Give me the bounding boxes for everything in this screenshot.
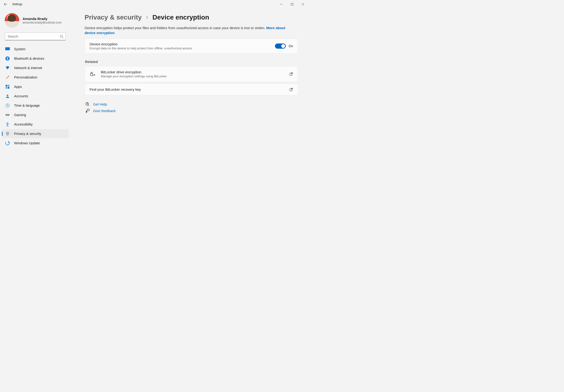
sidebar-item-apps[interactable]: Apps [2, 82, 69, 91]
svg-point-20 [87, 105, 87, 105]
svg-point-12 [6, 115, 7, 115]
footer-link-label: Get Help [93, 102, 107, 106]
svg-point-14 [7, 123, 8, 123]
maximize-icon [291, 3, 293, 5]
open-external-icon [289, 88, 293, 91]
user-email: amanda.brady@outlook.com [23, 21, 62, 24]
feedback-icon [85, 109, 90, 113]
wifi-icon [5, 66, 10, 70]
window-title: Settings [12, 3, 22, 6]
sidebar-item-label: Windows Update [14, 141, 40, 145]
sidebar-item-time-language[interactable]: Time & language [2, 101, 69, 110]
chevron-right-icon [146, 16, 148, 19]
search-input[interactable] [5, 32, 66, 41]
svg-point-9 [7, 95, 8, 96]
svg-point-21 [86, 111, 87, 112]
arrow-left-icon [4, 2, 8, 6]
sidebar-item-windows-update[interactable]: Windows Update [2, 139, 69, 148]
search-button[interactable] [59, 34, 64, 39]
svg-rect-0 [291, 3, 293, 5]
search-wrapper [5, 32, 66, 41]
svg-point-15 [6, 141, 9, 145]
help-icon [85, 102, 90, 106]
clock-globe-icon [5, 103, 10, 108]
back-button[interactable] [1, 0, 10, 8]
svg-rect-16 [90, 73, 93, 76]
display-icon [5, 47, 10, 52]
nav: System Bluetooth & devices Network & int… [2, 45, 69, 148]
svg-rect-11 [5, 114, 10, 116]
sidebar-item-label: Accounts [14, 94, 28, 98]
search-icon [60, 35, 63, 38]
sidebar-item-accessibility[interactable]: Accessibility [2, 120, 69, 129]
svg-rect-5 [6, 85, 7, 86]
toggle-state-label: On [289, 44, 293, 48]
user-name: Amanda Brady [23, 17, 62, 21]
avatar [5, 13, 19, 28]
give-feedback-link[interactable]: Give feedback [85, 109, 298, 113]
window-controls [276, 0, 308, 8]
gamepad-icon [5, 112, 10, 117]
breadcrumb-parent[interactable]: Privacy & security [85, 14, 142, 21]
sidebar-item-gaming[interactable]: Gaming [2, 111, 69, 119]
sidebar-item-label: Personalization [14, 75, 37, 79]
get-help-link[interactable]: Get Help [85, 102, 298, 106]
card-title: Device encryption [90, 42, 271, 46]
link-card-subtitle: Manage your encryption settings using Bi… [101, 74, 284, 78]
main-content: Privacy & security Device encryption Dev… [70, 8, 309, 210]
sidebar-item-label: Gaming [14, 113, 26, 117]
footer-link-label: Give feedback [93, 109, 116, 113]
person-icon [5, 94, 10, 98]
sidebar-item-label: Time & language [14, 104, 40, 107]
sidebar-item-label: Apps [14, 85, 22, 89]
sidebar-item-privacy-security[interactable]: Privacy & security [2, 129, 69, 138]
close-icon [302, 3, 304, 5]
bluetooth-icon [5, 56, 10, 61]
sidebar-item-accounts[interactable]: Accounts [2, 92, 69, 101]
svg-rect-7 [6, 87, 7, 89]
link-card-title: Find your BitLocker recovery key [90, 87, 284, 91]
close-button[interactable] [298, 0, 308, 8]
shield-icon [5, 131, 10, 136]
card-subtitle: Encrypt data on this device to help prot… [90, 46, 271, 50]
titlebar: Settings [0, 0, 309, 8]
breadcrumb-current: Device encryption [152, 14, 209, 21]
link-card-title: BitLocker drive encryption [101, 70, 284, 74]
sidebar-item-personalization[interactable]: Personalization [2, 73, 69, 82]
svg-rect-22 [87, 109, 89, 111]
sidebar-item-label: Network & internet [14, 66, 42, 70]
update-icon [5, 141, 10, 145]
sidebar-item-system[interactable]: System [2, 45, 69, 54]
svg-rect-8 [8, 87, 9, 89]
sidebar-item-label: Accessibility [14, 123, 33, 126]
sidebar-item-label: Bluetooth & devices [14, 57, 44, 60]
paintbrush-icon [5, 75, 10, 80]
toggle-wrapper: On [275, 43, 293, 49]
intro-text: Device encryption helps protect your fil… [85, 25, 296, 35]
sidebar: Amanda Brady amanda.brady@outlook.com Sy… [0, 8, 70, 210]
user-block[interactable]: Amanda Brady amanda.brady@outlook.com [2, 11, 69, 30]
related-header: Related [85, 60, 298, 64]
breadcrumb: Privacy & security Device encryption [85, 14, 298, 21]
accessibility-icon [5, 122, 10, 127]
device-encryption-card: Device encryption Encrypt data on this d… [85, 39, 298, 54]
find-recovery-key-link[interactable]: Find your BitLocker recovery key [85, 84, 298, 95]
apps-icon [5, 84, 10, 89]
svg-rect-6 [8, 85, 9, 86]
footer-links: Get Help Give feedback [85, 102, 298, 113]
minimize-icon [280, 3, 282, 5]
lock-drive-icon [90, 72, 96, 76]
sidebar-item-label: System [14, 47, 25, 51]
svg-point-13 [8, 115, 9, 115]
svg-rect-2 [5, 47, 10, 50]
sidebar-item-label: Privacy & security [14, 132, 41, 136]
sidebar-item-network[interactable]: Network & internet [2, 63, 69, 72]
sidebar-item-bluetooth[interactable]: Bluetooth & devices [2, 54, 69, 63]
bitlocker-drive-encryption-link[interactable]: BitLocker drive encryption Manage your e… [85, 66, 298, 82]
minimize-button[interactable] [276, 0, 287, 8]
device-encryption-toggle[interactable] [275, 43, 286, 49]
open-external-icon [289, 72, 293, 76]
intro-body: Device encryption helps protect your fil… [85, 26, 266, 30]
maximize-button[interactable] [287, 0, 298, 8]
